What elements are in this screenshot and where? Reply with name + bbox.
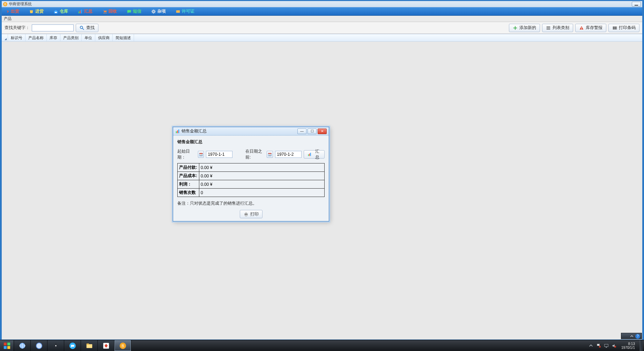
- globe-icon: [18, 342, 26, 350]
- chevron-up-icon[interactable]: [630, 334, 634, 338]
- dialog-maximize-button[interactable]: ☐: [308, 129, 317, 134]
- col-stock[interactable]: 库存: [47, 34, 60, 41]
- alert-icon: [579, 25, 584, 30]
- ribbon-item-recycle[interactable]: 回收: [102, 8, 117, 14]
- search-button[interactable]: 查找: [76, 24, 98, 32]
- stock-alert-button[interactable]: 库存警报: [575, 24, 606, 32]
- list-category-button[interactable]: 列表类别: [542, 24, 573, 32]
- svg-point-34: [55, 345, 57, 346]
- warehouse-icon: [53, 9, 58, 14]
- col-desc[interactable]: 简短描述: [113, 34, 134, 41]
- svg-rect-0: [55, 12, 57, 13]
- dialog-minimize-button[interactable]: —: [297, 129, 306, 134]
- add-new-button[interactable]: 添加新的: [509, 24, 540, 32]
- svg-point-33: [36, 343, 42, 349]
- col-supplier[interactable]: 供应商: [95, 34, 113, 41]
- ribbon-item-misc[interactable]: 杂项: [151, 8, 166, 14]
- list-icon: [546, 25, 551, 30]
- bucket-icon: [29, 9, 34, 14]
- svg-rect-13: [177, 130, 178, 133]
- tray-chevron-up-icon[interactable]: [589, 343, 593, 348]
- svg-rect-10: [581, 27, 582, 29]
- print-barcode-button[interactable]: 打印条码: [608, 24, 639, 32]
- taskbar-app-6[interactable]: [98, 340, 114, 351]
- volume-icon[interactable]: [612, 343, 616, 348]
- ribbon-item-incoming[interactable]: 进货: [29, 8, 44, 14]
- svg-rect-37: [86, 343, 89, 345]
- row-label: 产品成本:: [178, 172, 199, 180]
- show-desktop-button[interactable]: [640, 340, 643, 351]
- col-category[interactable]: 产品类别: [60, 34, 82, 41]
- svg-text:15: 15: [200, 154, 202, 156]
- ribbon-item-outgoing[interactable]: 出货: [5, 8, 19, 14]
- dialog-title: 销售金额汇总: [182, 128, 207, 134]
- search-label: 查找关键字：: [5, 25, 30, 31]
- taskbar-app-5[interactable]: [81, 340, 98, 351]
- start-date-input[interactable]: [206, 151, 232, 158]
- col-unit[interactable]: 单位: [82, 34, 95, 41]
- taskbar-app-1[interactable]: [14, 340, 31, 351]
- ribbon-item-sms[interactable]: 短信: [127, 8, 141, 14]
- svg-rect-1: [79, 12, 80, 13]
- network-icon[interactable]: [604, 343, 609, 348]
- svg-rect-25: [245, 212, 247, 214]
- windows-logo-icon: [3, 342, 11, 350]
- taskbar-app-2[interactable]: [31, 340, 47, 351]
- svg-line-9: [82, 28, 84, 29]
- table-row: 产品付款:0.00 ¥: [178, 163, 325, 172]
- summary-table: 产品付款:0.00 ¥ 产品成本:0.00 ¥ 利润：0.00 ¥ 销售次数0: [177, 163, 325, 197]
- svg-text:B: B: [121, 343, 124, 348]
- table-row: 销售次数0: [178, 189, 325, 197]
- svg-rect-2: [80, 10, 81, 13]
- taskbar-app-3[interactable]: [47, 340, 64, 351]
- taskbar-app-4[interactable]: [64, 340, 81, 351]
- svg-rect-3: [81, 9, 82, 13]
- row-label: 产品付款:: [178, 163, 199, 172]
- row-value: 0.00 ¥: [199, 180, 325, 189]
- end-date-input[interactable]: [275, 151, 302, 158]
- search-input[interactable]: [32, 24, 74, 31]
- start-date-picker-button[interactable]: 15: [198, 151, 204, 158]
- table-body-empty: 销售金额汇总 — ☐ ✕ 销售金额汇总 起始日期： 15 在日期之: [2, 42, 642, 339]
- tray-clock[interactable]: 8:13 1970/1/1: [619, 342, 637, 350]
- window-minimize-button[interactable]: [632, 2, 641, 7]
- search-icon: [80, 25, 84, 30]
- ribbon-item-warehouse[interactable]: 仓库: [53, 8, 68, 14]
- row-value: 0.00 ¥: [199, 163, 325, 172]
- end-date-label: 在日期之前:: [245, 148, 265, 160]
- row-label: 销售次数: [178, 189, 199, 197]
- calendar-icon: 15: [199, 152, 203, 156]
- dialog-heading: 销售金额汇总: [177, 139, 325, 145]
- ribbon-item-summary[interactable]: 汇总: [78, 8, 92, 14]
- start-button[interactable]: [0, 340, 14, 351]
- flag-icon[interactable]: [596, 343, 601, 348]
- chart-icon: [175, 129, 180, 134]
- svg-rect-27: [3, 342, 6, 345]
- toolbar: 查找关键字： 查找 添加新的 列表类别 库存警报 打印条码: [2, 22, 642, 34]
- table-column-header: 标识号 产品名称 库存 产品类别 单位 供应商 简短描述: [2, 34, 642, 42]
- help-icon[interactable]: ?: [635, 334, 640, 339]
- dialog-titlebar[interactable]: 销售金额汇总 — ☐ ✕: [173, 127, 329, 136]
- system-tray: 8:13 1970/1/1: [587, 340, 644, 351]
- table-row: 利润：0.00 ¥: [178, 180, 325, 189]
- end-date-picker-button[interactable]: 15: [267, 151, 273, 158]
- svg-rect-26: [245, 215, 247, 216]
- dialog-close-button[interactable]: ✕: [318, 129, 327, 134]
- svg-rect-21: [308, 154, 309, 156]
- taskbar-app-current[interactable]: B: [114, 340, 131, 351]
- svg-rect-22: [309, 154, 310, 156]
- summarize-button[interactable]: 汇总: [304, 150, 325, 159]
- col-product-name[interactable]: 产品名称: [25, 34, 47, 41]
- app-logo-icon: B: [119, 342, 127, 350]
- ribbon-item-license[interactable]: 许可证: [176, 8, 194, 14]
- col-id[interactable]: 标识号: [8, 34, 25, 41]
- pen-icon: [52, 342, 60, 350]
- chat-app-icon: [69, 342, 76, 350]
- select-all-corner[interactable]: [2, 34, 8, 41]
- print-button[interactable]: 打印: [240, 210, 262, 218]
- app-titlebar: B 华商管理系统: [2, 1, 642, 7]
- printer-icon: [244, 212, 249, 217]
- sync-icon: [102, 342, 110, 350]
- svg-rect-30: [7, 346, 10, 349]
- row-value: 0: [199, 189, 325, 197]
